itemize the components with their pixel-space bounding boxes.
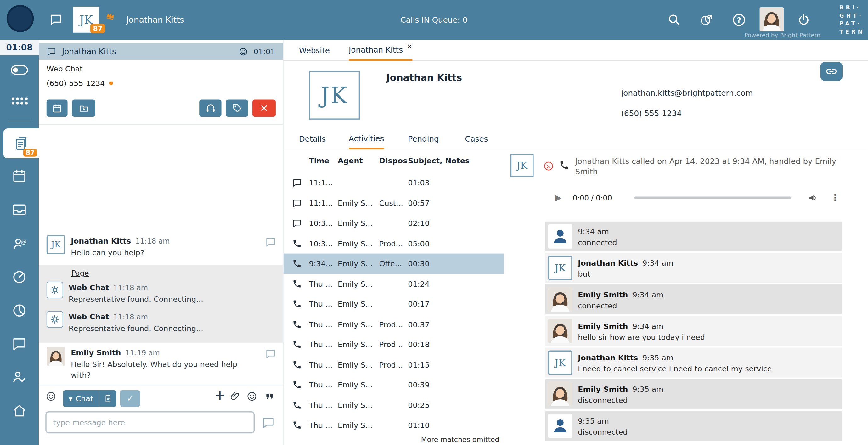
activity-duration: 00:39 — [408, 380, 429, 389]
call-activity-icon — [292, 420, 302, 430]
gear-icon — [46, 311, 63, 328]
chevron-down-icon: ▾ — [69, 394, 72, 403]
activity-time: 11:1... — [309, 179, 333, 187]
entry-time: 9:35 am — [578, 416, 609, 425]
entry-time: 9:34 am — [578, 227, 609, 236]
call-activity-icon — [292, 259, 302, 268]
send-chat-icon[interactable] — [262, 416, 275, 429]
help-icon[interactable]: ? — [733, 14, 745, 26]
sidebar-item-directory[interactable] — [12, 236, 27, 251]
activity-row[interactable]: 10:3... Emily S... 02:10 — [284, 213, 504, 233]
activity-time: Thu ... — [309, 299, 332, 309]
activity-row[interactable]: Thu ... Emily S... 00:17 — [284, 294, 504, 314]
volume-icon[interactable] — [807, 192, 818, 203]
activity-row[interactable]: Thu ... Emily S... Prod... 00:37 — [284, 314, 504, 334]
timeline-entry: JK Jonathan Kitts9:34 am but — [546, 253, 842, 283]
seek-slider[interactable] — [634, 196, 791, 198]
activity-row[interactable]: Thu ... Emily S... 00:25 — [284, 395, 504, 415]
check-button[interactable]: ✓ — [120, 390, 140, 407]
entry-time: 9:35 am — [632, 385, 664, 393]
user-profile-avatar[interactable] — [760, 7, 784, 31]
activity-agent: Emily S... — [338, 421, 373, 430]
sidebar-item-active-interactions[interactable]: 87 — [3, 128, 39, 158]
close-icon: ✕ — [260, 102, 269, 114]
message-input[interactable] — [45, 411, 255, 433]
sidebar-item-chat-center[interactable] — [12, 336, 27, 352]
dialpad-icon[interactable] — [12, 98, 27, 104]
agent-avatar-photo — [548, 319, 572, 343]
chat-channel-icon[interactable] — [49, 12, 63, 26]
entry-name: Jonathan Kitts — [578, 258, 638, 267]
activity-row[interactable]: 11:1... Emily S... Cust... 00:57 — [284, 193, 504, 213]
chat-session-header[interactable]: Jonathan Kitts 01:01 — [39, 43, 283, 60]
page-link[interactable]: Page — [71, 269, 89, 278]
activity-row[interactable]: Thu ... Emily S... 01:10 — [284, 415, 504, 435]
chat-activity-icon — [292, 218, 302, 228]
sentiment-icon[interactable] — [45, 391, 56, 402]
activity-row[interactable]: Thu ... Emily S... Prod... 01:15 — [284, 355, 504, 375]
check-icon: ✓ — [127, 394, 134, 404]
link-contact-button[interactable] — [820, 62, 842, 81]
reply-bubble-icon[interactable] — [265, 236, 276, 247]
activities-rows: 11:1... 01:03 11:1... Emily S... Cust.. — [284, 173, 504, 436]
activity-row[interactable]: 10:3... Emily S... Prod... 05:00 — [284, 233, 504, 253]
schedule-followup-button[interactable] — [46, 100, 68, 117]
sidebar-item-calendar[interactable] — [12, 168, 27, 184]
notes-mode-button[interactable] — [99, 390, 117, 407]
contact-avatar: JK — [548, 256, 572, 280]
canned-response-icon[interactable] — [264, 391, 275, 402]
chat-transcript[interactable]: JK Jonathan Kitts11:18 am Hello can you … — [39, 125, 283, 385]
call-activity-icon — [292, 239, 302, 248]
availability-toggle[interactable] — [11, 65, 28, 75]
entry-text: i need to cancel service i need to cance… — [578, 364, 772, 373]
main-content: Website Jonathan Kitts ✕ JK Jonathan Kit… — [284, 40, 868, 445]
player-menu-icon[interactable]: ⋮ — [831, 192, 840, 203]
escalate-call-button[interactable] — [199, 100, 221, 117]
tab-contact[interactable]: Jonathan Kitts ✕ — [349, 40, 412, 61]
sentiment-smiley-icon[interactable] — [239, 47, 248, 56]
end-chat-button[interactable]: ✕ — [252, 100, 276, 117]
tab-website[interactable]: Website — [299, 40, 330, 61]
activity-agent: Emily S... — [338, 320, 373, 328]
entry-time: 9:35 am — [642, 353, 674, 362]
activity-row[interactable]: Thu ... Emily S... Prod... 00:18 — [284, 334, 504, 354]
sidebar-item-home[interactable] — [12, 403, 27, 418]
activity-time: Thu ... — [309, 380, 332, 389]
activity-agent: Emily S... — [338, 299, 373, 309]
tab-pending[interactable]: Pending — [408, 128, 439, 150]
reports-icon[interactable] — [700, 13, 713, 26]
contact-name: Jonathan Kitts — [386, 72, 462, 83]
reply-bubble-icon[interactable] — [265, 348, 276, 359]
sidebar-item-recent-interactions[interactable] — [12, 202, 27, 218]
gear-icon — [46, 282, 63, 299]
play-icon[interactable]: ▶ — [555, 193, 561, 203]
activity-row[interactable]: 9:34... Emily S... Offe... 00:30 — [284, 254, 504, 274]
activity-agent: Emily S... — [338, 340, 373, 349]
chat-mode-button[interactable]: ▾ Chat — [63, 390, 99, 407]
tab-activities[interactable]: Activities — [349, 128, 384, 150]
close-icon[interactable]: ✕ — [407, 42, 412, 50]
activity-row[interactable]: 11:1... 01:03 — [284, 173, 504, 193]
power-logout-icon[interactable] — [797, 13, 810, 26]
tab-cases[interactable]: Cases — [465, 128, 488, 150]
caller-name-link[interactable]: Jonathan Kitts — [575, 157, 629, 166]
activity-duration: 00:57 — [408, 198, 429, 208]
activity-disposition: Prod... — [379, 239, 403, 248]
sidebar-item-dashboard[interactable] — [12, 269, 27, 285]
add-attachment-plus-icon[interactable]: + — [214, 390, 225, 401]
move-to-folder-button[interactable] — [72, 100, 95, 117]
sidebar-item-stats[interactable] — [12, 303, 27, 318]
activity-disposition: Prod... — [379, 320, 403, 328]
search-icon[interactable] — [668, 13, 681, 26]
call-summary: Jonathan Kitts called on Apr 14, 2023 at… — [575, 156, 847, 177]
activity-row[interactable]: Thu ... Emily S... 01:24 — [284, 274, 504, 294]
activity-agent: Emily S... — [338, 219, 373, 227]
sidebar-item-supervision[interactable] — [12, 369, 27, 385]
agent-status-indicator[interactable] — [7, 5, 34, 32]
paperclip-icon[interactable] — [230, 391, 241, 402]
activity-duration: 00:25 — [408, 401, 429, 409]
disposition-tag-button[interactable] — [226, 100, 248, 117]
emoji-icon[interactable] — [246, 391, 257, 402]
activity-row[interactable]: Thu ... Emily S... 00:39 — [284, 375, 504, 395]
tab-details[interactable]: Details — [299, 128, 326, 150]
